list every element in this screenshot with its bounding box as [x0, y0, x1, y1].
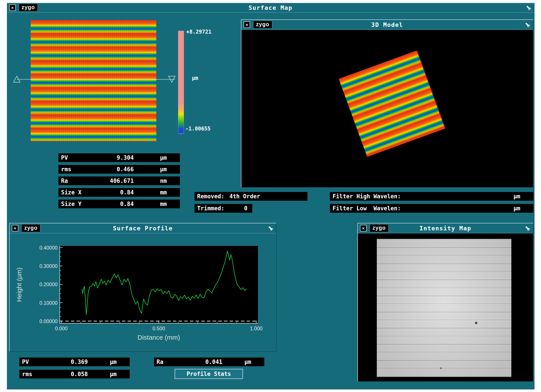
wrench-icon[interactable]	[523, 225, 531, 231]
intensity-defect-dot	[475, 322, 477, 324]
result-rms: rms 0.466 µm	[58, 165, 180, 174]
slice-marker-left-icon[interactable]	[13, 75, 21, 83]
screen: × zygo Surface Map +8.29721 µm -1.00655 …	[0, 0, 541, 392]
profile-result-pv: PV 0.369 µm	[19, 358, 130, 366]
result-unit: mm	[160, 201, 167, 207]
profile-plot-area	[60, 246, 258, 324]
surface-map-titlebar[interactable]: × zygo Surface Map	[7, 3, 534, 13]
y-tick-label: 0.30000	[30, 263, 57, 269]
slice-marker-right-icon[interactable]	[168, 75, 176, 83]
wrench-icon[interactable]	[525, 4, 532, 11]
surface-map-window: × zygo Surface Map +8.29721 µm -1.00655 …	[6, 3, 535, 389]
result-value: 0.041	[154, 359, 222, 365]
colorbar-max-label: +8.29721	[186, 29, 212, 35]
x-axis-title: Distance (mm)	[126, 334, 192, 341]
attribute-unit: µm	[514, 193, 520, 200]
intensity-defect-dot	[440, 367, 442, 369]
attribute-removed: Removed: 4th Order	[194, 192, 307, 201]
result-unit: µm	[160, 154, 167, 161]
attribute-label: Filter Low Wavelen:	[333, 205, 401, 212]
attribute-label: Trimmed:	[197, 205, 224, 212]
attribute-label: Removed:	[197, 193, 224, 200]
result-unit: µm	[110, 371, 117, 377]
3d-model-title: 3D Model	[241, 21, 533, 28]
wrench-icon-svg	[525, 4, 532, 11]
result-size-x: Size X 0.84 mm	[58, 188, 180, 197]
surface-profile-title: Surface Profile	[10, 225, 276, 232]
colorbar-min-label: -1.00655	[185, 126, 211, 132]
zygo-logo: zygo	[253, 21, 272, 29]
profile-stats-button[interactable]: Profile Stats	[175, 369, 243, 379]
result-unit: µm	[160, 166, 167, 172]
result-value: 0.369	[19, 359, 88, 365]
y-tick-label: 0.00000	[30, 319, 57, 324]
result-value: 0.058	[19, 371, 88, 377]
zygo-logo: zygo	[19, 4, 38, 11]
result-pv: PV 9.304 µm	[58, 153, 180, 162]
colorbar-unit-label: µm	[192, 75, 198, 81]
3d-surface-plot	[339, 50, 445, 157]
x-tick-label: 1.000	[243, 326, 269, 332]
profile-result-rms: rms 0.058 µm	[19, 370, 130, 378]
zygo-logo: zygo	[369, 224, 389, 232]
attribute-trimmed: Trimmed: 0	[194, 204, 252, 213]
surface-map-title: Surface Map	[7, 4, 534, 11]
y-tick-label: 0.10000	[30, 300, 57, 306]
profile-result-ra: Ra 0.041 µm	[154, 358, 264, 366]
filter-low-wavelength-field[interactable]: Filter Low Wavelen: µm	[330, 204, 533, 213]
result-ra: Ra 406.671 nm	[58, 177, 180, 185]
surface-map-texture	[31, 20, 156, 141]
profile-chart	[60, 246, 258, 324]
intensity-map-titlebar[interactable]: × zygo Intensity Map	[358, 223, 533, 233]
attribute-value: 0	[244, 205, 248, 212]
result-unit: mm	[160, 189, 167, 196]
result-value: 0.84	[58, 189, 134, 196]
result-value: 0.84	[58, 201, 134, 207]
3d-model-titlebar[interactable]: × zygo 3D Model	[241, 20, 533, 30]
surface-profile-window: × zygo Surface Profile 0.40000 0.30000 0…	[9, 223, 276, 352]
surface-map-image	[31, 20, 156, 141]
result-size-y: Size Y 0.84 mm	[58, 200, 180, 208]
intensity-canvas	[358, 233, 533, 381]
attribute-value: 4th Order	[229, 193, 260, 200]
wrench-icon[interactable]	[266, 225, 274, 231]
close-icon[interactable]: ×	[12, 225, 18, 231]
profile-slice-line	[17, 79, 175, 80]
filter-high-wavelength-field[interactable]: Filter High Wavelen: µm	[330, 192, 533, 201]
y-axis-title: Height (µm)	[16, 252, 22, 317]
x-tick-label: 0.500	[146, 326, 172, 332]
3d-model-canvas	[241, 30, 533, 187]
height-colorbar	[178, 31, 184, 134]
wrench-icon[interactable]	[523, 21, 531, 28]
y-tick-label: 0.40000	[30, 245, 57, 251]
y-tick-label: 0.20000	[30, 282, 57, 287]
attribute-unit: µm	[514, 205, 520, 212]
zygo-logo: zygo	[21, 224, 40, 232]
result-value: 0.466	[58, 166, 134, 172]
3d-model-window: × zygo 3D Model	[241, 19, 533, 188]
intensity-map-window: × zygo Intensity Map	[357, 223, 533, 382]
surface-profile-titlebar[interactable]: × zygo Surface Profile	[10, 223, 276, 233]
result-unit: µm	[110, 359, 117, 365]
result-value: 9.304	[58, 154, 134, 161]
result-value: 406.671	[58, 178, 134, 184]
result-unit: nm	[160, 178, 167, 184]
attribute-label: Filter High Wavelen:	[333, 193, 401, 200]
close-icon[interactable]: ×	[244, 21, 250, 28]
close-icon[interactable]: ×	[9, 4, 16, 11]
intensity-image	[377, 239, 511, 377]
close-icon[interactable]: ×	[360, 225, 367, 231]
x-tick-label: 0.000	[48, 326, 74, 332]
result-unit: µm	[244, 359, 251, 365]
